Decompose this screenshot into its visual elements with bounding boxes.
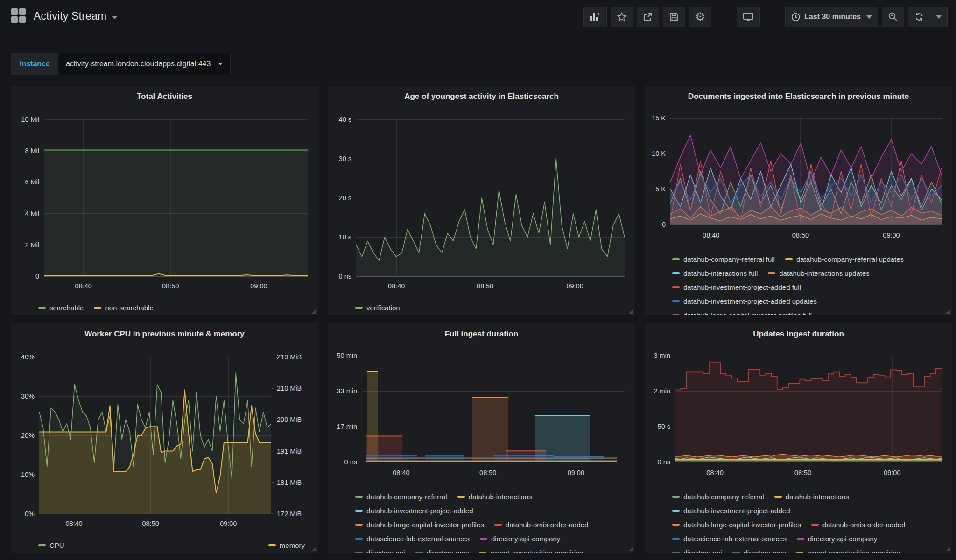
legend-item[interactable]: directory-oms bbox=[732, 549, 786, 554]
panel-plot[interactable]: 0 ns50 s2 min3 min08:4008:5009:00 bbox=[645, 344, 952, 486]
legend-item[interactable]: datahub-interactions full bbox=[672, 269, 758, 277]
legend-item[interactable]: directory-api-company bbox=[797, 535, 877, 543]
refresh-button[interactable] bbox=[908, 7, 930, 27]
legend-item[interactable]: export-opportunities-enquiries bbox=[479, 549, 583, 554]
legend-item[interactable]: datahub-investment-project-added bbox=[355, 507, 473, 515]
instance-variable-dropdown[interactable]: activity-stream.london.cloudapps.digital… bbox=[58, 53, 231, 75]
panel-title[interactable]: Total Activities bbox=[11, 86, 318, 106]
share-icon bbox=[643, 12, 653, 22]
x-axis-tick: 08:50 bbox=[162, 282, 179, 290]
right-y-axis-tick: 191 MiB bbox=[277, 448, 302, 455]
x-axis-tick: 08:40 bbox=[703, 231, 719, 239]
settings-button[interactable]: ⚙ bbox=[689, 7, 711, 27]
panel-resize-handle[interactable] bbox=[312, 547, 316, 551]
panel-resize-handle[interactable] bbox=[629, 309, 633, 314]
grid-square bbox=[11, 16, 18, 23]
legend-item[interactable]: datahub-large-capital-investor-profiles bbox=[355, 521, 484, 529]
legend-item[interactable]: non-searchable bbox=[94, 304, 153, 312]
panel-title[interactable]: Worker CPU in previous minute & memory bbox=[11, 323, 318, 344]
panel-plot[interactable]: 05 K10 K15 K08:4008:5009:00 bbox=[645, 106, 952, 248]
legend-item[interactable]: datahub-company-referral bbox=[355, 493, 447, 501]
legend-label: datahub-interactions bbox=[469, 493, 532, 501]
tv-mode-button[interactable] bbox=[737, 7, 760, 27]
panel-resize-handle[interactable] bbox=[946, 547, 950, 551]
x-axis-tick: 09:00 bbox=[220, 520, 237, 527]
dashboard-title-caret-icon[interactable] bbox=[112, 16, 118, 19]
legend-item[interactable]: datahub-omis-order-added bbox=[811, 521, 906, 529]
zoom-out-button[interactable] bbox=[882, 7, 904, 27]
panel-legend: CPUmemory bbox=[38, 538, 318, 552]
panel-updates-ingest-duration: Updates ingest duration0 ns50 s2 min3 mi… bbox=[645, 323, 952, 553]
y-axis-tick: 10 Mil bbox=[21, 116, 39, 123]
legend-swatch-icon bbox=[785, 258, 793, 260]
panel-plot[interactable]: 02 Mil4 Mil6 Mil8 Mil10 Mil08:4008:5009:… bbox=[11, 106, 318, 297]
legend-item[interactable]: datahub-company-referral updates bbox=[785, 255, 904, 263]
legend-item[interactable]: datahub-interactions updates bbox=[768, 269, 869, 277]
legend-item[interactable]: datahub-interactions bbox=[457, 493, 532, 501]
legend-item[interactable]: datahub-investment-project-added full bbox=[672, 283, 801, 291]
bar-datahub-interactions bbox=[367, 371, 378, 462]
legend-item[interactable]: datahub-investment-project-added bbox=[672, 507, 790, 515]
chart-svg: 0 ns17 min33 min50 min08:4008:5009:00 bbox=[331, 344, 631, 484]
legend-item[interactable]: directory-oms bbox=[415, 549, 469, 554]
legend-swatch-icon bbox=[672, 286, 680, 288]
share-button[interactable] bbox=[637, 7, 659, 27]
legend-swatch-icon bbox=[672, 496, 680, 498]
legend-swatch-icon bbox=[355, 552, 363, 554]
legend-row: directory-apidirectory-omsexport-opportu… bbox=[355, 546, 635, 553]
star-button[interactable] bbox=[611, 7, 633, 27]
bar-chart-plus-icon bbox=[590, 12, 601, 22]
y-axis-tick: 4 Mil bbox=[25, 210, 39, 217]
time-range-picker[interactable]: Last 30 minutes bbox=[785, 7, 878, 27]
refresh-interval-dropdown[interactable] bbox=[930, 7, 948, 27]
panel-title[interactable]: Full ingest duration bbox=[328, 323, 635, 344]
add-panel-button[interactable] bbox=[583, 7, 607, 27]
panel-title[interactable]: Age of youngest activity in Elasticsearc… bbox=[328, 86, 635, 106]
series-fill-datahub-omis-order-added bbox=[675, 363, 942, 462]
legend-item[interactable]: datascience-lab-external-sources bbox=[355, 535, 470, 543]
legend-item[interactable]: datahub-company-referral bbox=[672, 493, 764, 501]
legend-item[interactable]: datascience-lab-external-sources bbox=[672, 535, 787, 543]
legend-swatch-icon bbox=[479, 552, 486, 554]
legend-item[interactable]: datahub-investment-project-added updates bbox=[672, 297, 817, 305]
right-y-axis-tick: 181 MiB bbox=[277, 479, 302, 486]
panel-plot[interactable]: 0%10%20%30%40%172 MiB181 MiB191 MiB200 M… bbox=[11, 344, 318, 534]
dashboard-grid-icon[interactable] bbox=[11, 8, 26, 23]
legend-item[interactable]: directory-api bbox=[355, 549, 405, 554]
legend-item[interactable]: datahub-large-capital-investor-profiles … bbox=[672, 311, 812, 316]
panel-plot[interactable]: 0 ns10 s20 s30 s40 s08:4008:5009:00 bbox=[328, 106, 635, 297]
right-y-axis-tick: 172 MiB bbox=[277, 510, 302, 518]
legend-swatch-icon bbox=[672, 510, 680, 512]
bar-datahub-large-capital-investor-profiles bbox=[472, 397, 508, 462]
panel-resize-handle[interactable] bbox=[946, 309, 950, 314]
legend-item[interactable]: verification bbox=[355, 304, 400, 312]
y-axis-tick: 40% bbox=[21, 353, 35, 361]
legend-item[interactable]: directory-api bbox=[672, 549, 722, 554]
save-button[interactable] bbox=[663, 7, 685, 27]
legend-swatch-icon bbox=[355, 510, 363, 512]
legend-row: datahub-large-capital-investor-profiles … bbox=[672, 308, 952, 316]
panel-resize-handle[interactable] bbox=[629, 547, 633, 551]
panel-title[interactable]: Documents ingested into Elasticsearch in… bbox=[645, 86, 952, 106]
panel-plot[interactable]: 0 ns17 min33 min50 min08:4008:5009:00 bbox=[328, 344, 635, 486]
legend-label: datahub-investment-project-added updates bbox=[683, 297, 817, 305]
dashboard-title[interactable]: Activity Stream bbox=[34, 10, 106, 22]
legend-item[interactable]: export-opportunities-enquiries bbox=[796, 549, 900, 554]
y-axis-tick: 2 Mil bbox=[25, 241, 39, 249]
y-axis-tick: 20% bbox=[21, 432, 35, 439]
legend-item[interactable]: directory-api-company bbox=[480, 535, 560, 543]
chart-svg: 0 ns50 s2 min3 min08:4008:5009:00 bbox=[648, 344, 948, 484]
legend-item[interactable]: searchable bbox=[38, 304, 84, 312]
panel-title[interactable]: Updates ingest duration bbox=[645, 323, 952, 344]
legend-item[interactable]: datahub-large-capital-investor-profiles bbox=[672, 521, 801, 529]
legend-row: datahub-company-referraldatahub-interact… bbox=[355, 490, 635, 504]
legend-item[interactable]: datahub-interactions bbox=[774, 493, 849, 501]
legend-item[interactable]: datahub-company-referral full bbox=[672, 255, 775, 263]
legend-swatch-icon bbox=[457, 496, 465, 498]
legend-row: CPUmemory bbox=[38, 538, 305, 552]
legend-item[interactable]: CPU bbox=[38, 541, 64, 549]
legend-label: verification bbox=[366, 304, 400, 312]
legend-item[interactable]: datahub-omis-order-added bbox=[494, 521, 589, 529]
panel-resize-handle[interactable] bbox=[312, 309, 316, 314]
legend-item[interactable]: memory bbox=[268, 541, 305, 549]
